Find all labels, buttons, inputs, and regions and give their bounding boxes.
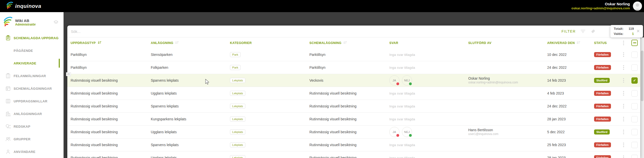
table-row[interactable]: Rutinmässig visuell besiktningUgglans le… bbox=[67, 126, 640, 139]
answer-label: NEJ bbox=[404, 79, 410, 82]
sidebar-item[interactable]: REDSKAP bbox=[0, 120, 64, 133]
search-input[interactable] bbox=[67, 26, 562, 37]
sort-icon[interactable] bbox=[576, 41, 580, 45]
category-chip: Park bbox=[230, 65, 241, 70]
row-checkbox[interactable]: ✓ bbox=[631, 77, 638, 84]
row-menu-button[interactable] bbox=[622, 51, 625, 58]
cell-uppdragstyp: Rutinmässig visuell besiktning bbox=[67, 130, 148, 134]
row-checkbox[interactable] bbox=[631, 90, 638, 97]
cell-arkiverad-den: 28 jan 2023 bbox=[544, 117, 591, 121]
totals-lines: Totalt: 119 Valda: 1 bbox=[614, 26, 636, 36]
select-all-checkbox[interactable] bbox=[631, 40, 638, 46]
sidebar-item[interactable]: SCHEMALAGDA UPPDRAG bbox=[0, 32, 64, 44]
row-checkbox[interactable] bbox=[631, 155, 638, 158]
cell-svar: Inga svar tillagda bbox=[386, 104, 465, 108]
row-menu-cell bbox=[618, 116, 629, 122]
row-menu-button[interactable] bbox=[622, 77, 625, 84]
column-header[interactable]: KATEGORIER bbox=[227, 41, 306, 45]
cell-schemalaggning: Veckovis bbox=[306, 78, 386, 82]
cell-svar: Inga svar tillagda bbox=[386, 91, 465, 95]
layers-icon[interactable] bbox=[53, 20, 58, 26]
column-header[interactable]: STATUS bbox=[591, 41, 618, 45]
app-window: inquinova Oskar Norling oskar.norling+ad… bbox=[0, 0, 644, 158]
filter-button[interactable]: FILTER bbox=[562, 29, 576, 33]
table-row[interactable]: ParktillsynStensöparkenParkParktillsynIn… bbox=[67, 48, 640, 61]
cell-uppdragstyp: Parktillsyn bbox=[67, 65, 148, 70]
answer-label: JA bbox=[393, 79, 396, 82]
table-row[interactable]: Rutinmässig visuell besiktningUgglans le… bbox=[67, 87, 640, 100]
header-menu-button[interactable] bbox=[622, 40, 625, 46]
row-checkbox-cell bbox=[629, 90, 640, 97]
filter-lines-icon[interactable] bbox=[580, 29, 586, 34]
row-checkbox[interactable] bbox=[631, 103, 638, 109]
row-menu-button[interactable] bbox=[622, 103, 625, 109]
row-menu-button[interactable] bbox=[622, 90, 625, 97]
answer-nej-chip[interactable]: NEJ bbox=[402, 127, 412, 137]
selected-line: Valda: 1 bbox=[614, 31, 636, 36]
sidebar-item[interactable]: PÅGÅENDE bbox=[0, 44, 64, 57]
row-checkbox[interactable] bbox=[631, 52, 638, 58]
sidebar-item[interactable]: ANVÄNDARE bbox=[0, 145, 64, 158]
sidebar-item[interactable]: SCHEMALÄGGNINGAR bbox=[0, 82, 64, 95]
column-header-label: ARKIVERAD DEN bbox=[547, 41, 575, 45]
user-icon bbox=[5, 149, 11, 154]
cell-uppdragstyp: Rutinmässig visuell besiktning bbox=[67, 143, 148, 147]
scrollbar-thumb[interactable] bbox=[641, 51, 643, 101]
table-row[interactable]: Rutinmässig visuell besiktningUgglans le… bbox=[67, 151, 640, 158]
avatar[interactable] bbox=[633, 2, 642, 11]
table-row[interactable]: Rutinmässig visuell besiktningSparvens l… bbox=[67, 139, 640, 151]
row-checkbox[interactable] bbox=[631, 64, 638, 71]
sidebar-item[interactable]: ANLÄGGNINGAR bbox=[0, 107, 64, 120]
column-header[interactable]: SCHEMALÄGGNING bbox=[306, 41, 386, 45]
vertical-scrollbar[interactable] bbox=[640, 37, 644, 158]
table-row[interactable]: Rutinmässig visuell besiktningSparvens l… bbox=[67, 100, 640, 113]
eraser-icon[interactable] bbox=[590, 29, 596, 34]
app-logo[interactable]: inquinova bbox=[7, 2, 41, 10]
user-menu[interactable]: Oskar Norling oskar.norling+admin@inquin… bbox=[571, 2, 642, 11]
column-header[interactable]: UPPDRAGSTYP bbox=[67, 41, 148, 45]
table-row[interactable]: ParktillsynFolkparkenParkParktillsynInga… bbox=[67, 61, 640, 74]
answer-ja-chip[interactable]: JA bbox=[389, 127, 399, 137]
cell-svar: Inga svar tillagda bbox=[386, 53, 465, 57]
row-menu-cell bbox=[618, 64, 629, 71]
table-row[interactable]: Rutinmässig visuell besiktningSparvens l… bbox=[67, 74, 640, 87]
column-header[interactable]: ANLÄGGNING bbox=[148, 41, 227, 45]
cell-svar: JANEJ bbox=[386, 75, 465, 85]
logo-wordmark: inquinova bbox=[15, 3, 41, 9]
sidebar-item[interactable]: FELANMÄLNINGAR bbox=[0, 70, 64, 82]
cell-arkiverad-den: 28 jan 2023 bbox=[544, 156, 591, 158]
sidebar-item-label: GRUPPER bbox=[14, 137, 31, 141]
org-role: Administratör bbox=[15, 23, 36, 26]
cell-schemalaggning: Rutinmässig visuell besiktning bbox=[306, 130, 386, 134]
sort-icon[interactable] bbox=[343, 41, 347, 45]
row-menu-button[interactable] bbox=[622, 64, 625, 71]
row-checkbox[interactable] bbox=[631, 129, 638, 135]
sort-icon[interactable] bbox=[175, 41, 179, 45]
row-menu-button[interactable] bbox=[622, 129, 625, 135]
cell-schemalaggning: Parktillsyn bbox=[306, 53, 386, 57]
sort-icon[interactable] bbox=[98, 41, 101, 45]
cell-svar: Inga svar tillagda bbox=[386, 156, 465, 158]
org-switcher[interactable]: Wiki AB Administratör bbox=[0, 12, 64, 30]
column-header[interactable]: SVAR bbox=[386, 41, 465, 45]
sidebar-item[interactable]: UPPDRAGSMALLAR bbox=[0, 95, 64, 107]
close-icon[interactable]: ✕ bbox=[636, 28, 640, 34]
row-checkbox[interactable] bbox=[631, 142, 638, 148]
sidebar-item[interactable]: GRUPPER bbox=[0, 133, 64, 145]
total-line: Totalt: 119 bbox=[614, 26, 636, 31]
answer-ja-chip[interactable]: JA bbox=[389, 75, 399, 85]
row-menu-button[interactable] bbox=[622, 142, 625, 148]
cell-arkiverad-den: 24 dec 2022 bbox=[544, 65, 591, 70]
no-answers-text: Inga svar tillagda bbox=[389, 156, 415, 158]
cell-anlaggning: Ugglans lekplats bbox=[148, 156, 227, 158]
row-menu-button[interactable] bbox=[622, 116, 625, 122]
table-row[interactable]: Rutinmässig visuell besiktningKungsparke… bbox=[67, 113, 640, 126]
answer-nej-chip[interactable]: NEJ bbox=[402, 75, 412, 85]
column-header[interactable]: SLUTFÖRD AV bbox=[465, 41, 544, 45]
column-header[interactable]: ARKIVERAD DEN bbox=[544, 41, 591, 45]
sidebar-item[interactable]: ARKIVERADE bbox=[0, 57, 64, 70]
cell-arkiverad-den: 4 feb 2023 bbox=[544, 91, 591, 95]
row-checkbox[interactable] bbox=[631, 116, 638, 122]
row-menu-button[interactable] bbox=[622, 154, 625, 158]
cell-schemalaggning: Rutinmässig visuell besiktning bbox=[306, 104, 386, 108]
